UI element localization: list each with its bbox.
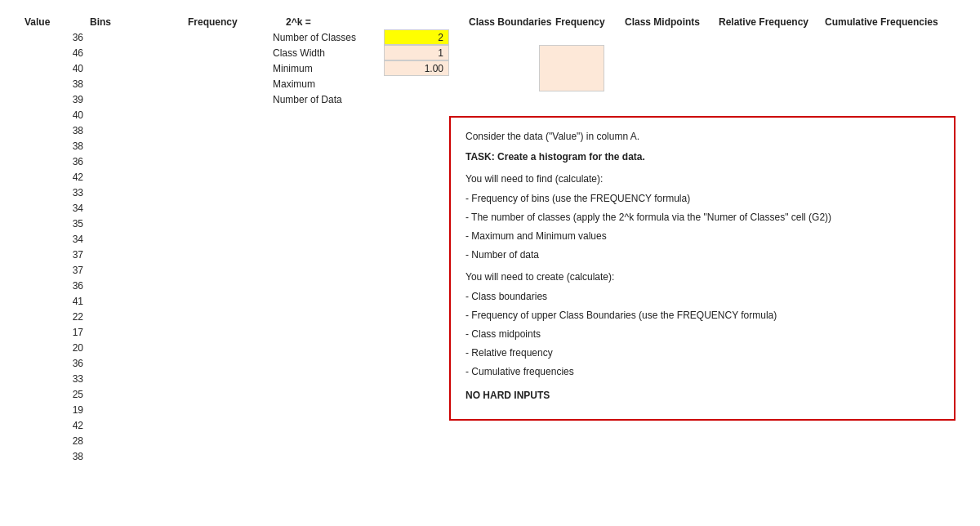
instruction-line3: You will need to find (calculate): bbox=[466, 172, 939, 187]
value-cell[interactable]: 36 bbox=[24, 154, 90, 169]
value-cell[interactable]: 20 bbox=[24, 340, 90, 355]
instruction-line14: NO HARD INPUTS bbox=[466, 388, 939, 403]
instruction-line12: - Relative frequency bbox=[466, 345, 939, 361]
formula-row-1-value[interactable]: 1 bbox=[384, 45, 449, 60]
value-cell[interactable]: 42 bbox=[24, 417, 90, 433]
formula-k-label: 2^k = bbox=[286, 16, 400, 28]
formula-row-4-value bbox=[384, 91, 449, 107]
value-cell[interactable]: 38 bbox=[24, 123, 90, 138]
formula-row-5-value bbox=[384, 107, 449, 123]
value-cell[interactable]: 41 bbox=[24, 293, 90, 309]
value-cell[interactable]: 40 bbox=[24, 107, 90, 123]
formula-row-4-label: Number of Data bbox=[270, 94, 384, 105]
value-cell[interactable]: 36 bbox=[24, 29, 90, 45]
value-cell[interactable]: 33 bbox=[24, 371, 90, 386]
formula-row-2-label: Minimum bbox=[270, 63, 384, 74]
value-cell[interactable]: 46 bbox=[24, 45, 90, 60]
value-cell[interactable]: 38 bbox=[24, 448, 90, 464]
value-cell[interactable]: 38 bbox=[24, 76, 90, 91]
column-header-frequency: Frequency bbox=[188, 16, 286, 28]
value-cell[interactable]: 34 bbox=[24, 231, 90, 247]
instruction-line6: - Maximum and Minimum values bbox=[466, 229, 939, 244]
instruction-line10: - Frequency of upper Class Boundaries (u… bbox=[466, 308, 939, 323]
value-cell[interactable]: 36 bbox=[24, 278, 90, 293]
value-cell[interactable]: 22 bbox=[24, 309, 90, 324]
instruction-box: Consider the data ("Value") in column A.… bbox=[449, 116, 956, 421]
instruction-line11: - Class midpoints bbox=[466, 327, 939, 342]
column-header-class-boundaries: Class Boundaries bbox=[466, 16, 555, 28]
instruction-line5: - The number of classes (apply the 2^k f… bbox=[466, 210, 939, 225]
value-cell[interactable]: 42 bbox=[24, 169, 90, 185]
value-cell[interactable]: 35 bbox=[24, 216, 90, 231]
formula-row-1-label: Class Width bbox=[270, 47, 384, 59]
instruction-line2: TASK: Create a histogram for the data. bbox=[466, 149, 939, 165]
value-cell[interactable]: 25 bbox=[24, 386, 90, 402]
value-cell[interactable]: 36 bbox=[24, 355, 90, 371]
instruction-line1: Consider the data ("Value") in column A. bbox=[466, 129, 939, 145]
instruction-line9: - Class boundaries bbox=[466, 289, 939, 305]
column-header-frequency2: Frequency bbox=[555, 16, 625, 28]
value-cell[interactable]: 28 bbox=[24, 433, 90, 448]
value-cell[interactable]: 17 bbox=[24, 324, 90, 340]
column-header-relative-frequency: Relative Frequency bbox=[719, 16, 825, 28]
value-cell[interactable]: 38 bbox=[24, 138, 90, 154]
value-cell[interactable]: 39 bbox=[24, 91, 90, 107]
formula-row-3-value bbox=[384, 76, 449, 91]
value-cell[interactable]: 34 bbox=[24, 200, 90, 216]
formula-k-value-cell[interactable]: 2 bbox=[384, 29, 449, 45]
formula-row-2-value[interactable]: 1.00 bbox=[384, 60, 449, 76]
value-cell[interactable]: 33 bbox=[24, 185, 90, 200]
value-cell[interactable]: 37 bbox=[24, 262, 90, 278]
instruction-line4: - Frequency of bins (use the FREQUENCY f… bbox=[466, 191, 939, 207]
column-header-bins: Bins bbox=[90, 16, 188, 28]
formula-row-0-label: Number of Classes bbox=[270, 32, 384, 43]
column-header-value: Value bbox=[24, 16, 90, 28]
value-cell[interactable]: 37 bbox=[24, 247, 90, 262]
instruction-line13: - Cumulative frequencies bbox=[466, 364, 939, 380]
column-header-cumulative-frequencies: Cumulative Frequencies bbox=[825, 16, 939, 28]
instruction-line8: You will need to create (calculate): bbox=[466, 270, 939, 285]
formula-row-3-label: Maximum bbox=[270, 78, 384, 90]
value-cell[interactable]: 40 bbox=[24, 60, 90, 76]
value-cell[interactable]: 19 bbox=[24, 402, 90, 417]
instruction-line7: - Number of data bbox=[466, 247, 939, 263]
column-header-class-midpoints: Class Midpoints bbox=[625, 16, 719, 28]
